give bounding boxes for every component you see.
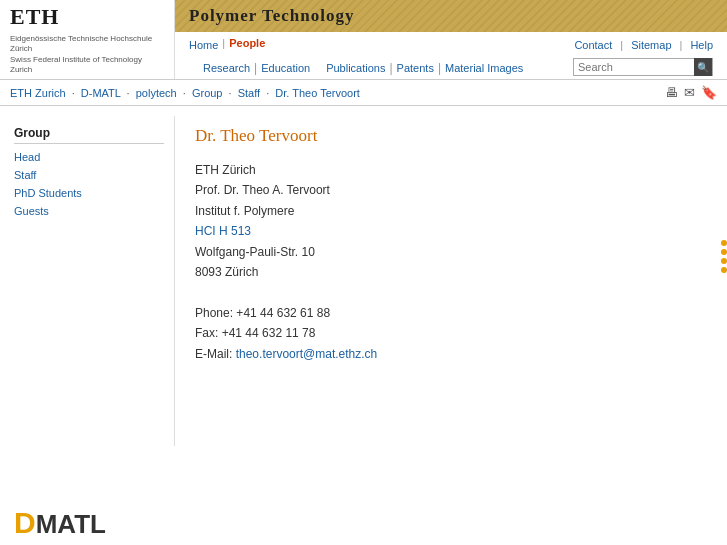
footer-logo-section: D MATL Department of Materials — [0, 476, 727, 545]
search-button[interactable]: 🔍 — [694, 58, 712, 76]
breadcrumb-path: ETH Zurich · D-MATL · polytech · Group ·… — [10, 87, 360, 99]
nav-people[interactable]: People — [229, 37, 265, 53]
nav-top-right: Contact | Sitemap | Help — [574, 37, 713, 53]
nav-publications[interactable]: Publications — [326, 60, 385, 76]
eth-subtext1: Eidgenössische Technische Hochschule Zür… — [10, 34, 164, 55]
dot4 — [721, 267, 727, 273]
bookmark-icon[interactable]: 🔖 — [701, 85, 717, 100]
breadcrumb-person[interactable]: Dr. Theo Tervoort — [275, 87, 360, 99]
breadcrumb-polytech[interactable]: polytech — [136, 87, 177, 99]
search-row: 🔍 — [573, 57, 713, 77]
search-box: 🔍 — [573, 58, 713, 76]
dmatl-matl: MATL — [36, 509, 106, 540]
main: Group Head Staff PhD Students Guests Dr.… — [0, 106, 727, 456]
sidebar-item-guests[interactable]: Guests — [14, 204, 164, 218]
breadcrumb-group[interactable]: Group — [192, 87, 223, 99]
nav-research[interactable]: Research — [203, 60, 250, 76]
person-title: Prof. Dr. Theo A. Tervoort — [195, 180, 707, 200]
person-name: Dr. Theo Tervoort — [195, 126, 707, 146]
nav-patents[interactable]: Patents — [397, 60, 434, 76]
eth-logo: ETH — [10, 4, 164, 30]
nav-home[interactable]: Home — [189, 37, 218, 53]
breadcrumb-eth[interactable]: ETH Zurich — [10, 87, 66, 99]
header-nav: Polymer Technology Home | People Contact… — [175, 0, 727, 79]
info-block: ETH Zürich Prof. Dr. Theo A. Tervoort In… — [195, 160, 707, 364]
sidebar-heading: Group — [14, 126, 164, 144]
breadcrumb: ETH Zurich · D-MATL · polytech · Group ·… — [0, 80, 727, 106]
search-input[interactable] — [574, 59, 694, 75]
person-city: 8093 Zürich — [195, 262, 707, 282]
content: Dr. Theo Tervoort ETH Zürich Prof. Dr. T… — [175, 116, 727, 446]
nav-contact[interactable]: Contact — [574, 37, 612, 53]
nav-top: Home | People Contact | Sitemap | Help — [175, 34, 727, 56]
nav-material-images[interactable]: Material Images — [445, 60, 523, 76]
header: ETH Eidgenössische Technische Hochschule… — [0, 0, 727, 80]
nav-education[interactable]: Education — [261, 60, 310, 76]
eth-subtext2: Swiss Federal Institute of Technology Zu… — [10, 55, 164, 76]
sidebar-item-phd[interactable]: PhD Students — [14, 186, 164, 200]
breadcrumb-dmatl[interactable]: D-MATL — [81, 87, 121, 99]
dmatl-logo: D MATL — [14, 506, 713, 540]
person-institute: Institut f. Polymere — [195, 201, 707, 221]
sidebar-item-staff[interactable]: Staff — [14, 168, 164, 182]
dmatl-d: D — [14, 506, 36, 540]
eth-logo-text: ETH — [10, 4, 59, 30]
title-text: Polymer Technology — [189, 6, 355, 26]
decorative-dots — [721, 240, 727, 273]
person-phone: Phone: +41 44 632 61 88 — [195, 303, 707, 323]
page-title: Polymer Technology — [175, 0, 727, 32]
nav-sitemap[interactable]: Sitemap — [631, 37, 671, 53]
nav-main: Research | Education Publications | Pate… — [189, 57, 537, 79]
person-room-link[interactable]: HCI H 513 — [195, 224, 251, 238]
dot1 — [721, 240, 727, 246]
print-icon[interactable]: 🖶 — [665, 85, 678, 100]
person-address: Wolfgang-Pauli-Str. 10 — [195, 242, 707, 262]
nav-top-left: Home | People — [189, 37, 265, 53]
person-institution: ETH Zürich — [195, 160, 707, 180]
breadcrumb-icons: 🖶 ✉ 🔖 — [665, 85, 717, 100]
email-link[interactable]: theo.tervoort@mat.ethz.ch — [236, 347, 378, 361]
sidebar: Group Head Staff PhD Students Guests — [0, 116, 175, 446]
email-icon[interactable]: ✉ — [684, 85, 695, 100]
nav-help[interactable]: Help — [690, 37, 713, 53]
breadcrumb-staff[interactable]: Staff — [238, 87, 260, 99]
person-email-row: E-Mail: theo.tervoort@mat.ethz.ch — [195, 344, 707, 364]
email-label: E-Mail: — [195, 347, 232, 361]
logo-section: ETH Eidgenössische Technische Hochschule… — [0, 0, 175, 79]
dot3 — [721, 258, 727, 264]
sidebar-item-head[interactable]: Head — [14, 150, 164, 164]
dot2 — [721, 249, 727, 255]
person-fax: Fax: +41 44 632 11 78 — [195, 323, 707, 343]
